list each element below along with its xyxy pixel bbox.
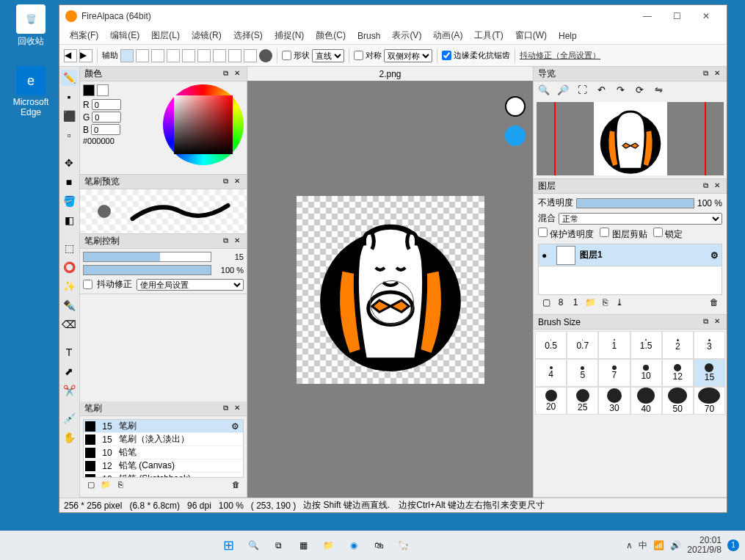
assist-vanishing-button[interactable]: [182, 49, 195, 62]
brush-list-close-button[interactable]: ✕: [232, 404, 242, 414]
assist-curve-button[interactable]: [228, 49, 241, 62]
brush-list-item[interactable]: 12铅笔 (Canvas): [84, 459, 243, 473]
brush-size-cell[interactable]: 0.7: [567, 331, 598, 359]
protect-alpha-checkbox[interactable]: [538, 228, 548, 237]
brush-preview-undock-button[interactable]: ⧉: [220, 177, 230, 187]
layer-add1-button[interactable]: 1: [570, 297, 581, 309]
zoom-in-button[interactable]: 🔍: [537, 84, 551, 99]
brush-size-cell[interactable]: 20: [535, 387, 567, 415]
brush-size-cell[interactable]: 12: [662, 359, 694, 387]
menu-animation[interactable]: 动画(A): [427, 28, 468, 43]
brush-size-cell[interactable]: 3: [694, 331, 725, 359]
brush-duplicate-button[interactable]: ⎘: [115, 480, 126, 492]
firealpaca-taskbar-button[interactable]: 🦙: [393, 535, 414, 556]
blend-select[interactable]: 正常: [559, 213, 722, 225]
brush-size-cell[interactable]: 4: [535, 359, 567, 387]
lasso-tool[interactable]: ⭕: [61, 259, 77, 275]
edge-smooth-checkbox[interactable]: [442, 51, 451, 60]
brush-opacity-slider[interactable]: [83, 265, 211, 275]
dot-tool[interactable]: ▪: [61, 89, 77, 105]
brush-size-slider[interactable]: [83, 252, 211, 262]
symmetry-select[interactable]: 双侧对称: [384, 49, 432, 62]
brush-size-cell[interactable]: 50: [662, 387, 694, 415]
menu-capture[interactable]: 捕捉(N): [269, 28, 310, 43]
menu-help[interactable]: Help: [553, 29, 583, 43]
rotate-left-button[interactable]: ↶: [594, 84, 608, 99]
brush-preview-close-button[interactable]: ✕: [232, 177, 242, 187]
gradient-tool[interactable]: ◧: [61, 212, 77, 228]
nav-preview[interactable]: [537, 102, 724, 175]
fill-tool[interactable]: ■: [61, 174, 77, 190]
foreground-color[interactable]: [83, 84, 95, 96]
color-close-button[interactable]: ✕: [232, 69, 242, 79]
brush-size-cell[interactable]: 7: [598, 359, 630, 387]
clipping-checkbox[interactable]: [600, 228, 609, 237]
menu-layer[interactable]: 图层(L): [145, 28, 186, 43]
layer-gear-icon[interactable]: ⚙: [711, 250, 719, 261]
select-rect-tool[interactable]: ⬚: [61, 240, 77, 256]
menu-file[interactable]: 档案(F): [64, 28, 104, 43]
color-undock-button[interactable]: ⧉: [220, 69, 230, 79]
brush-control-undock-button[interactable]: ⧉: [220, 236, 230, 247]
layer-add-button[interactable]: ▢: [540, 297, 552, 309]
brush-size-cell[interactable]: 1: [598, 331, 630, 359]
layer-duplicate-button[interactable]: ⎘: [599, 297, 611, 309]
assist-grid-button[interactable]: [151, 49, 164, 62]
brush-list-item[interactable]: 15笔刷（淡入淡出）: [84, 433, 243, 446]
shape-select[interactable]: 直线: [312, 49, 344, 62]
wand-tool[interactable]: ✨: [61, 278, 77, 294]
canvas-document[interactable]: [297, 196, 484, 384]
object-tool[interactable]: ⬈: [61, 363, 77, 379]
zoom-out-button[interactable]: 🔎: [556, 84, 570, 99]
brush-list-item[interactable]: 12铅笔 (Sketchbook): [84, 473, 243, 478]
tray-expand-icon[interactable]: ∧: [626, 540, 633, 550]
assist-off-button[interactable]: [120, 49, 134, 62]
taskview-button[interactable]: ⧉: [269, 535, 289, 556]
r-input[interactable]: [92, 99, 121, 110]
layer-add8-button[interactable]: 8: [555, 297, 567, 309]
assist-radial-button[interactable]: [197, 49, 211, 62]
eyedropper-tool[interactable]: 💉: [61, 410, 77, 426]
layer-delete-button[interactable]: 🗑: [708, 297, 720, 309]
brush-list-undock-button[interactable]: ⧉: [220, 404, 230, 414]
brush-folder-button[interactable]: 📁: [100, 480, 112, 492]
clock[interactable]: 20:01 2021/9/8: [687, 536, 722, 555]
maximize-button[interactable]: ☐: [662, 6, 691, 26]
layer-opacity-slider[interactable]: [576, 198, 694, 208]
assist-dot-button[interactable]: [259, 49, 272, 62]
brush-list-item[interactable]: 15笔刷⚙: [84, 420, 243, 433]
brush-delete-button[interactable]: 🗑: [230, 480, 241, 492]
assist-concentric-button[interactable]: [213, 49, 226, 62]
nav-undock-button[interactable]: ⧉: [700, 69, 711, 79]
brush-add-button[interactable]: ▢: [85, 480, 97, 492]
rotate-reset-button[interactable]: ⟳: [632, 84, 647, 99]
menu-filter[interactable]: 滤镜(R): [186, 28, 228, 43]
nav-close-button[interactable]: ✕: [712, 69, 722, 79]
g-input[interactable]: [92, 112, 121, 123]
brush-size-cell[interactable]: 1.5: [630, 331, 662, 359]
edge-shortcut[interactable]: e Microsoft Edge: [9, 66, 53, 117]
divide-tool[interactable]: ✂️: [61, 382, 77, 399]
color-wheel[interactable]: [163, 84, 244, 165]
brush-list-item[interactable]: 10铅笔: [84, 446, 243, 459]
brush-control-close-button[interactable]: ✕: [232, 236, 242, 247]
brushsize-undock-button[interactable]: ⧉: [700, 317, 711, 327]
layer-visibility-icon[interactable]: ●: [542, 250, 552, 261]
layer-folder-button[interactable]: 📁: [584, 297, 596, 309]
brushsize-close-button[interactable]: ✕: [712, 317, 722, 327]
menu-select[interactable]: 选择(S): [228, 28, 269, 43]
brush-size-cell[interactable]: 2: [662, 331, 694, 359]
select-pen-tool[interactable]: ✒️: [61, 297, 77, 313]
brush-size-cell[interactable]: 30: [598, 387, 630, 415]
widgets-button[interactable]: ▦: [294, 535, 314, 556]
notification-badge[interactable]: 1: [727, 539, 739, 551]
pixiv-badge-icon[interactable]: [505, 126, 526, 146]
hand-tool[interactable]: ✋: [61, 429, 77, 446]
ime-indicator[interactable]: 中: [639, 539, 647, 552]
text-tool[interactable]: T: [61, 344, 77, 360]
background-color[interactable]: [97, 84, 109, 96]
jitter-correction-checkbox[interactable]: [83, 280, 92, 289]
lock-checkbox[interactable]: [653, 228, 663, 237]
minimize-button[interactable]: —: [633, 6, 662, 26]
search-button[interactable]: 🔍: [244, 535, 264, 556]
